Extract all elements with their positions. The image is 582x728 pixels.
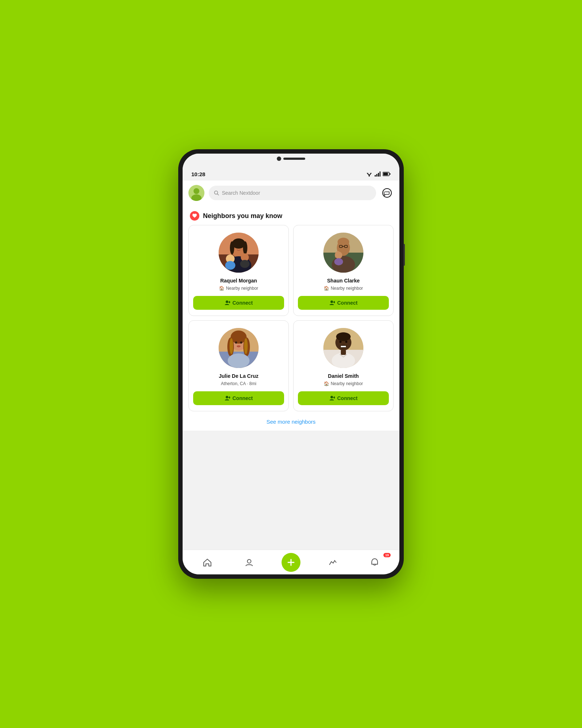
svg-point-55 [230, 338, 233, 354]
bottom-nav: 19 [183, 550, 399, 574]
svg-point-56 [244, 338, 248, 354]
app-header: Search Nextdoor [183, 181, 399, 205]
nav-notifications[interactable]: 19 [354, 550, 396, 574]
status-time: 10:28 [191, 171, 205, 177]
camera-notch [277, 157, 305, 161]
neighbor-name-shaun: Shaun Clarke [327, 278, 359, 284]
neighbor-location-julie: Atherton, CA · 8mi [221, 381, 256, 386]
svg-point-68 [339, 341, 342, 343]
plus-icon [287, 558, 295, 567]
user-avatar[interactable] [188, 185, 204, 201]
connect-icon-raquel [224, 300, 230, 306]
profile-photo-raquel [219, 233, 259, 273]
nav-activity[interactable] [312, 550, 354, 574]
neighbors-grid: Raquel Morgan 🏠 Nearby neighbor Connect [183, 225, 399, 411]
status-bar: 10:28 [183, 167, 399, 181]
svg-point-25 [243, 241, 247, 254]
neighbor-location-shaun: 🏠 Nearby neighbor [324, 286, 363, 291]
connect-icon-daniel [329, 395, 335, 401]
messages-button[interactable] [380, 186, 394, 199]
post-button[interactable] [282, 553, 300, 572]
connect-icon-julie [224, 395, 230, 401]
svg-rect-6 [378, 173, 379, 177]
neighbors-nav-icon [244, 558, 254, 567]
connect-button-daniel[interactable]: Connect [298, 391, 389, 405]
svg-point-77 [247, 559, 251, 563]
nav-home[interactable] [186, 550, 228, 574]
svg-rect-71 [341, 346, 346, 347]
profile-photo-daniel [323, 328, 363, 368]
svg-rect-7 [380, 171, 381, 177]
phone-screen: 10:28 [183, 154, 399, 574]
svg-point-67 [336, 332, 351, 341]
section-title: Neighbors you may know [203, 212, 282, 220]
see-more-link[interactable]: See more neighbors [183, 413, 399, 431]
section-header: Neighbors you may know [183, 205, 399, 225]
home-nav-icon [203, 558, 212, 567]
app-content: Search Nextdoor Neighbors you may know [183, 181, 399, 431]
svg-point-27 [240, 246, 242, 248]
svg-rect-73 [341, 350, 346, 355]
neighbor-card-daniel: Daniel Smith 🏠 Nearby neighbor Connect [293, 320, 394, 411]
svg-point-45 [334, 258, 343, 265]
camera-bar [183, 154, 399, 167]
svg-rect-10 [390, 173, 391, 175]
svg-rect-4 [375, 175, 376, 177]
svg-point-38 [332, 256, 355, 273]
neighbor-location-daniel: 🏠 Nearby neighbor [324, 381, 363, 386]
neighbor-name-raquel: Raquel Morgan [220, 278, 257, 284]
signal-icon [375, 171, 380, 177]
svg-point-72 [332, 353, 355, 368]
phone-device: 10:28 [178, 149, 404, 579]
status-icons [366, 171, 391, 177]
search-icon [214, 190, 219, 195]
connect-button-julie[interactable]: Connect [193, 391, 284, 405]
svg-point-57 [235, 341, 237, 344]
svg-rect-9 [383, 173, 388, 175]
heart-icon [190, 211, 199, 221]
home-icon-shaun: 🏠 [324, 286, 329, 291]
svg-point-3 [369, 176, 370, 177]
svg-point-69 [345, 341, 347, 343]
search-placeholder-text: Search Nextdoor [222, 190, 260, 196]
connect-button-raquel[interactable]: Connect [193, 296, 284, 310]
svg-point-24 [230, 241, 234, 254]
profile-photo-shaun [323, 233, 363, 273]
wifi-icon [366, 171, 372, 177]
neighbor-name-julie: Julie De La Cruz [219, 373, 259, 379]
svg-point-26 [236, 246, 238, 248]
svg-rect-5 [376, 174, 378, 177]
home-icon-raquel: 🏠 [219, 286, 224, 291]
svg-point-61 [226, 396, 228, 399]
side-button [403, 244, 405, 266]
battery-icon [383, 172, 391, 176]
svg-point-31 [240, 260, 250, 268]
nav-neighbors[interactable] [228, 550, 270, 574]
svg-point-40 [338, 238, 349, 246]
connect-icon-shaun [329, 300, 335, 306]
svg-point-74 [331, 396, 333, 399]
home-icon-daniel: 🏠 [324, 381, 329, 386]
svg-line-15 [218, 194, 219, 195]
activity-nav-icon [328, 558, 338, 567]
svg-point-29 [225, 261, 235, 270]
speaker [283, 158, 305, 160]
svg-point-60 [228, 353, 250, 368]
neighbor-location-raquel: 🏠 Nearby neighbor [219, 286, 258, 291]
connect-button-shaun[interactable]: Connect [298, 296, 389, 310]
nav-post[interactable] [270, 550, 312, 574]
svg-point-12 [194, 188, 199, 194]
profile-photo-julie [219, 328, 259, 368]
svg-point-58 [240, 341, 242, 344]
neighbor-name-daniel: Daniel Smith [328, 373, 359, 379]
neighbor-card-raquel: Raquel Morgan 🏠 Nearby neighbor Connect [188, 225, 289, 316]
notifications-nav-icon [370, 558, 379, 567]
neighbor-card-shaun: Shaun Clarke 🏠 Nearby neighbor Connect [293, 225, 394, 316]
svg-point-46 [331, 301, 333, 303]
notification-count: 19 [383, 553, 391, 557]
camera-lens [277, 157, 281, 161]
neighbor-card-julie: Julie De La Cruz Atherton, CA · 8mi Conn… [188, 320, 289, 411]
svg-point-32 [226, 301, 228, 303]
search-bar[interactable]: Search Nextdoor [209, 186, 376, 200]
